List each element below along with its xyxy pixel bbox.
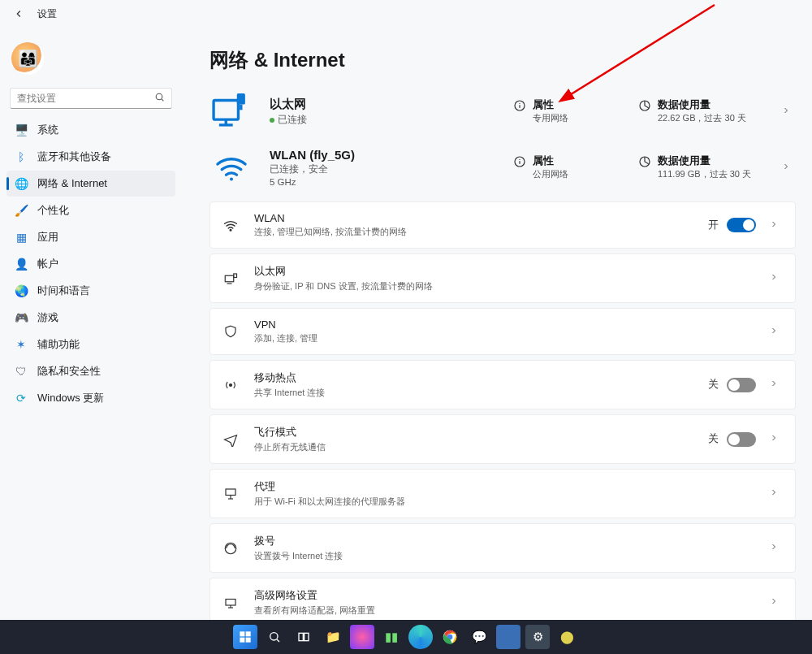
settings-card[interactable]: 飞行模式 停止所有无线通信 关 <box>209 414 796 464</box>
svg-rect-29 <box>240 631 244 636</box>
nav-icon: 🖌️ <box>15 204 28 217</box>
card-subtitle: 设置拨号 Internet 连接 <box>254 550 749 562</box>
card-title: 移动热点 <box>254 370 693 385</box>
chevron-right-icon[interactable] <box>776 162 796 174</box>
settings-card[interactable]: WLAN 连接, 管理已知网络, 按流量计费的网络 开 <box>209 201 796 249</box>
connection-status: 已连接 <box>270 114 497 126</box>
nav-label: Windows 更新 <box>37 391 104 405</box>
nav-label: 系统 <box>37 123 58 137</box>
taskbar-app-icon[interactable] <box>496 625 520 649</box>
card-subtitle: 共享 Internet 连接 <box>254 387 693 399</box>
nav-label: 蓝牙和其他设备 <box>37 149 111 164</box>
taskbar-wechat-icon[interactable]: 💬 <box>467 625 491 649</box>
properties-link[interactable]: 属性 公用网络 <box>513 154 622 180</box>
toggle-switch[interactable] <box>727 218 756 232</box>
svg-line-34 <box>277 639 279 642</box>
taskbar-app-icon[interactable] <box>350 625 374 649</box>
taskbar-chrome-icon[interactable] <box>438 625 462 649</box>
toggle-switch[interactable] <box>727 378 756 392</box>
svg-rect-30 <box>246 631 251 636</box>
back-button[interactable] <box>11 6 26 21</box>
search-input[interactable] <box>17 93 154 104</box>
taskbar-app-icon[interactable]: ▮▮ <box>379 625 404 649</box>
wifi-icon <box>222 218 240 232</box>
settings-card[interactable]: 以太网 身份验证, IP 和 DNS 设置, 按流量计费的网络 <box>209 253 796 303</box>
sidebar-item[interactable]: ᛒ蓝牙和其他设备 <box>6 144 175 170</box>
usage-icon <box>638 155 651 171</box>
settings-card[interactable]: 移动热点 共享 Internet 连接 关 <box>209 360 796 409</box>
taskbar[interactable]: 📁 ▮▮ 💬 ⚙ ⬤ <box>0 620 812 654</box>
airplane-icon <box>222 432 240 447</box>
info-icon <box>513 99 526 115</box>
svg-line-1 <box>162 99 163 101</box>
sidebar-item[interactable]: 🖌️个性化 <box>6 197 175 223</box>
data-usage-link[interactable]: 数据使用量 22.62 GB，过去 30 天 <box>638 98 760 124</box>
connection-row: WLAN (fly_5G) 已连接，安全 5 GHz 属性 公用网络 数据使用量… <box>209 148 796 187</box>
nav-label: 辅助功能 <box>37 337 80 352</box>
taskbar-edge-icon[interactable] <box>408 625 433 649</box>
svg-rect-25 <box>226 599 235 605</box>
sidebar-item[interactable]: ⟳Windows 更新 <box>6 385 175 411</box>
nav-label: 游戏 <box>37 310 58 325</box>
search-box[interactable] <box>10 88 172 109</box>
card-title: 拨号 <box>254 534 749 548</box>
nav-label: 应用 <box>37 230 58 245</box>
vpn-icon <box>222 324 240 339</box>
taskbar-search-icon[interactable] <box>262 625 287 649</box>
card-title: 代理 <box>254 479 749 494</box>
taskbar-taskview-icon[interactable] <box>292 625 316 649</box>
taskbar-explorer-icon[interactable]: 📁 <box>321 625 345 649</box>
svg-point-9 <box>519 103 520 104</box>
card-subtitle: 查看所有网络适配器, 网络重置 <box>254 604 749 617</box>
chevron-right-icon <box>764 219 784 232</box>
sidebar-item[interactable]: 🎮游戏 <box>6 305 175 331</box>
chevron-right-icon[interactable] <box>776 106 796 118</box>
connection-row: 以太网 已连接 属性 专用网络 数据使用量 22.62 GB，过去 30 天 <box>209 89 796 133</box>
nav-label: 时间和语言 <box>37 284 90 298</box>
hotspot-icon <box>222 378 240 392</box>
taskbar-settings-icon[interactable]: ⚙ <box>525 625 550 649</box>
chevron-right-icon <box>764 379 784 391</box>
taskbar-app-icon[interactable]: ⬤ <box>555 625 579 649</box>
settings-card[interactable]: 拨号 设置拨号 Internet 连接 <box>209 523 796 573</box>
svg-rect-31 <box>240 638 244 643</box>
nav-label: 个性化 <box>37 203 69 218</box>
chevron-right-icon <box>764 433 784 445</box>
nav-icon: 🛡 <box>15 365 28 378</box>
ethernet-icon <box>222 271 240 286</box>
settings-card[interactable]: 代理 用于 Wi-Fi 和以太网连接的代理服务器 <box>209 469 796 518</box>
avatar[interactable]: 👨‍👩‍👧 <box>11 42 44 75</box>
nav-label: 帐户 <box>37 257 58 271</box>
usage-icon <box>638 99 651 115</box>
chevron-right-icon <box>764 542 784 554</box>
sidebar-item[interactable]: ▦应用 <box>6 224 175 250</box>
settings-card[interactable]: VPN 添加, 连接, 管理 <box>209 308 796 355</box>
toggle-state-label: 关 <box>708 432 719 446</box>
search-icon <box>154 92 165 105</box>
sidebar-item[interactable]: 🌏时间和语言 <box>6 278 175 304</box>
sidebar-item[interactable]: 👤帐户 <box>6 251 175 277</box>
svg-point-11 <box>230 177 233 180</box>
toggle-state-label: 开 <box>708 219 719 232</box>
toggle-switch[interactable] <box>727 432 756 447</box>
nav-label: 隐私和安全性 <box>37 364 101 379</box>
data-usage-link[interactable]: 数据使用量 111.99 GB，过去 30 天 <box>638 154 760 180</box>
svg-rect-35 <box>299 633 303 640</box>
sidebar-item[interactable]: 🖥️系统 <box>6 117 175 143</box>
card-title: 以太网 <box>254 264 749 279</box>
svg-point-20 <box>230 383 232 386</box>
card-title: 飞行模式 <box>254 425 693 440</box>
chevron-right-icon <box>764 596 784 609</box>
taskbar-start-icon[interactable] <box>233 625 257 649</box>
svg-rect-17 <box>225 275 234 282</box>
nav-label: 网络 & Internet <box>37 176 107 191</box>
sidebar-item[interactable]: 🛡隐私和安全性 <box>6 358 175 384</box>
svg-point-33 <box>270 633 278 640</box>
svg-point-14 <box>519 159 520 160</box>
sidebar-item[interactable]: 🌐网络 & Internet <box>6 171 175 197</box>
svg-rect-21 <box>226 489 235 496</box>
sidebar-item[interactable]: ✶辅助功能 <box>6 331 175 357</box>
svg-rect-32 <box>246 638 251 643</box>
properties-link[interactable]: 属性 专用网络 <box>513 98 622 124</box>
card-subtitle: 添加, 连接, 管理 <box>254 332 749 344</box>
